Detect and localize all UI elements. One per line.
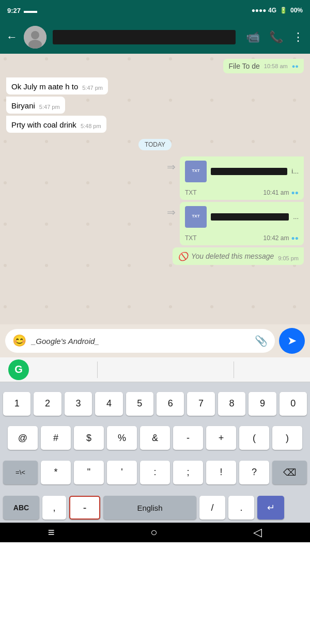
message-input[interactable]: _Google's Android_ — [32, 337, 250, 345]
message-3: Prty with coal drink 5:48 pm — [6, 116, 106, 133]
msg-1-time: 5:47 pm — [82, 84, 103, 92]
key-minus[interactable]: - — [173, 426, 203, 450]
msg-3-time: 5:48 pm — [81, 122, 101, 130]
key-exclamation[interactable]: ! — [206, 461, 236, 484]
back-button[interactable]: ← — [6, 30, 18, 44]
toolbar-divider-1 — [97, 362, 98, 378]
key-comma[interactable]: , — [42, 496, 66, 520]
keyboard-row-symbols1: @ # $ % & - + ( ) — [3, 426, 307, 450]
chat-area: File To de 10:58 am ●● Ok July m aate h … — [0, 54, 310, 324]
message-1: Ok July m aate h to 5:47 pm — [6, 77, 108, 95]
grammarly-button[interactable]: G — [8, 359, 29, 380]
key-language[interactable]: English — [103, 496, 196, 520]
forward-icon-2: ⇒ — [167, 206, 176, 218]
file-icon-1: TXT — [185, 161, 207, 182]
key-semicolon[interactable]: ; — [173, 461, 203, 484]
file-2-type: TXT — [185, 234, 197, 243]
top-msg-ticks: ●● — [292, 63, 299, 69]
nav-back-icon[interactable]: ◁ — [253, 526, 262, 539]
file-2-name-redacted — [211, 213, 289, 221]
nav-bar: ≡ ○ ◁ — [0, 523, 310, 542]
deleted-message: 🚫 You deleted this message 9:05 pm — [173, 247, 304, 265]
file-icon-2: TXT — [185, 206, 207, 228]
top-msg-text: File To de — [228, 62, 259, 70]
key-apostrophe[interactable]: ' — [107, 461, 137, 484]
key-0[interactable]: 0 — [280, 392, 307, 416]
status-battery: 00% — [290, 7, 303, 14]
key-asterisk[interactable]: * — [41, 461, 71, 484]
key-close-paren[interactable]: ) — [272, 426, 302, 450]
key-colon[interactable]: : — [140, 461, 170, 484]
key-hash[interactable]: # — [41, 426, 71, 450]
voice-call-icon[interactable]: 📞 — [269, 30, 283, 44]
attach-button[interactable]: 📎 — [255, 335, 268, 347]
msg-1-text: Ok July m aate h to — [11, 81, 78, 92]
app-bar-icons: 📹 📞 ⋮ — [246, 30, 304, 44]
key-dollar[interactable]: $ — [74, 426, 104, 450]
toolbar-dividers — [29, 362, 302, 378]
file-1-time: 10:41 am — [263, 189, 289, 197]
file-2-info: TXT ... — [185, 206, 299, 228]
file-2-time: 10:42 am — [263, 234, 289, 243]
file-1-ellipsis: i... — [291, 167, 299, 176]
message-2: Biryani 5:47 pm — [6, 97, 65, 114]
backspace-button[interactable]: ⌫ — [272, 461, 307, 484]
file-2-ellipsis: ... — [293, 212, 299, 222]
file-message-2[interactable]: TXT ... TXT 10:42 am ●● — [180, 202, 304, 245]
key-enter[interactable]: ↵ — [257, 496, 284, 520]
file-1-type: TXT — [185, 189, 197, 197]
key-slash[interactable]: / — [199, 496, 225, 520]
key-8[interactable]: 8 — [218, 392, 245, 416]
key-9[interactable]: 9 — [249, 392, 276, 416]
deleted-msg-content: 🚫 You deleted this message — [178, 251, 274, 262]
status-sim-icon: ▬▬ — [24, 7, 37, 14]
message-input-box[interactable]: 😊 _Google's Android_ 📎 — [5, 329, 275, 353]
send-icon: ➤ — [287, 334, 297, 348]
key-open-paren[interactable]: ( — [239, 426, 269, 450]
top-partial-message: File To de 10:58 am ●● — [6, 59, 304, 73]
file-2-type-row: TXT 10:42 am ●● — [185, 234, 299, 243]
emoji-button[interactable]: 😊 — [12, 334, 26, 348]
status-time: 9:27 — [7, 7, 21, 14]
day-divider: TODAY — [138, 139, 172, 150]
toolbar-divider-2 — [234, 362, 234, 378]
avatar[interactable] — [24, 26, 47, 49]
nav-menu-icon[interactable]: ≡ — [48, 526, 55, 539]
msg-3-text: Prty with coal drink — [11, 119, 76, 130]
keyboard-bottom-row: ABC , - English / . ↵ — [0, 494, 310, 523]
keyboard-toolbar: G — [0, 357, 310, 382]
key-equals-backslash-lt[interactable]: =\< — [3, 461, 38, 484]
file-message-1[interactable]: TXT i... TXT 10:41 am ●● — [180, 156, 304, 200]
key-3[interactable]: 3 — [65, 392, 92, 416]
key-abc[interactable]: ABC — [3, 496, 39, 520]
deleted-msg-time: 9:05 pm — [278, 255, 299, 262]
status-battery-icon: 🔋 — [280, 7, 287, 14]
key-question[interactable]: ? — [239, 461, 269, 484]
key-percent[interactable]: % — [107, 426, 137, 450]
deleted-msg-text: You deleted this message — [191, 252, 274, 262]
key-dot[interactable]: . — [228, 496, 254, 520]
contact-name-redacted — [53, 30, 236, 44]
key-7[interactable]: 7 — [187, 392, 214, 416]
more-options-icon[interactable]: ⋮ — [292, 30, 304, 44]
key-dash-highlighted[interactable]: - — [69, 496, 100, 520]
send-button[interactable]: ➤ — [279, 328, 305, 354]
key-5[interactable]: 5 — [126, 392, 153, 416]
file-message-1-wrap: ⇒ TXT i... TXT 10:41 am ●● — [167, 156, 304, 200]
file-2-ticks: ●● — [291, 234, 299, 243]
status-signal: ●●●● 4G — [252, 7, 276, 14]
key-6[interactable]: 6 — [157, 392, 184, 416]
top-msg-time: 10:58 am — [264, 63, 288, 69]
key-2[interactable]: 2 — [34, 392, 61, 416]
nav-home-icon[interactable]: ○ — [150, 526, 157, 539]
key-at[interactable]: @ — [8, 426, 38, 450]
key-1[interactable]: 1 — [3, 392, 30, 416]
key-plus[interactable]: + — [206, 426, 236, 450]
key-quote[interactable]: " — [74, 461, 104, 484]
video-call-icon[interactable]: 📹 — [246, 30, 260, 44]
status-bar: 9:27 ▬▬ ●●●● 4G 🔋 00% — [0, 0, 310, 21]
key-4[interactable]: 4 — [95, 392, 122, 416]
file-1-name-redacted — [211, 168, 287, 175]
key-ampersand[interactable]: & — [140, 426, 170, 450]
app-bar: ← 📹 📞 ⋮ — [0, 21, 310, 54]
